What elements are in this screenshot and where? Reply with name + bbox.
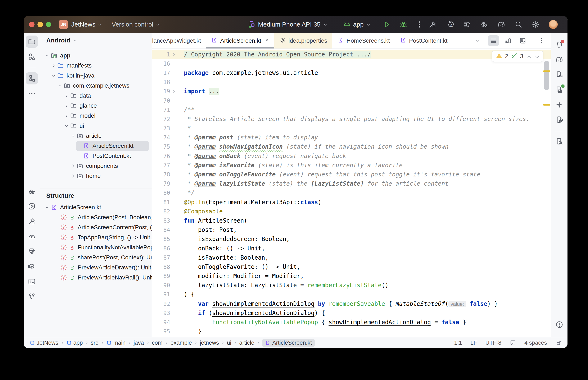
code-line[interactable]: 89 modifier: Modifier = Modifier, — [152, 271, 551, 281]
code-line[interactable]: 71/** — [152, 105, 551, 114]
run-hexagon-icon[interactable] — [26, 200, 38, 212]
code-line[interactable]: 86 onBack: () -> Unit, — [152, 244, 551, 253]
build-hammer-icon[interactable] — [428, 20, 437, 29]
line-number[interactable]: 71 — [152, 107, 170, 113]
structure-item[interactable]: f FunctionalityNotAvailablePop — [41, 243, 152, 252]
code-line[interactable]: 17package com.example.jetnews.ui.article — [152, 68, 551, 77]
fold-chevron-icon[interactable] — [170, 52, 178, 57]
tree-expand-chevron[interactable] — [63, 93, 70, 98]
tree-item[interactable]: data — [41, 91, 152, 101]
problems-icon[interactable] — [553, 319, 565, 331]
code-line[interactable]: 94 FunctionalityNotAvailablePopup { show… — [152, 318, 551, 327]
tree-item[interactable]: home — [41, 171, 152, 181]
code-line[interactable]: 70 — [152, 96, 551, 105]
breadcrumb-item[interactable]: jetnews — [200, 340, 219, 346]
code-line[interactable]: 80 */ — [152, 188, 551, 197]
tree-item[interactable]: kotlin+java — [41, 71, 152, 81]
line-number[interactable]: 92 — [152, 301, 170, 307]
warning-stripe-mark[interactable] — [543, 70, 550, 72]
breadcrumb-item[interactable]: article — [239, 340, 254, 346]
editor-tab[interactable]: idea.properties — [274, 33, 332, 49]
line-number[interactable]: 94 — [152, 319, 170, 325]
running-devices-icon[interactable] — [553, 84, 565, 96]
line-number[interactable]: 16 — [152, 60, 170, 67]
device-mirroring-icon[interactable] — [553, 114, 565, 126]
run-button[interactable] — [383, 20, 391, 29]
line-number[interactable]: 78 — [152, 171, 170, 178]
code-line[interactable]: 88 onToggleFavorite: () -> Unit, — [152, 262, 551, 271]
project-view-selector[interactable]: Android — [41, 33, 152, 48]
structure-root[interactable]: ArticleScreen.kt — [41, 202, 152, 212]
code-line[interactable]: 87 isFavorite: Boolean, — [152, 253, 551, 262]
vcs-menu[interactable]: Version control — [112, 21, 160, 28]
line-number[interactable]: 89 — [152, 273, 170, 279]
code-line[interactable]: 91) { — [152, 290, 551, 299]
structure-icon[interactable] — [26, 72, 38, 84]
code-line[interactable]: 81@OptIn(ExperimentalMaterial3Api::class… — [152, 197, 551, 207]
prev-problem-button[interactable] — [526, 54, 531, 59]
code-line[interactable]: 1/ Copyright 2020 The Android Open Sourc… — [152, 50, 551, 59]
gradle-elephant-icon[interactable] — [553, 54, 565, 66]
code-line[interactable]: 19import ... — [152, 87, 551, 96]
indent-setting[interactable]: 4 spaces — [524, 340, 547, 346]
tab-list-chevron-icon[interactable] — [475, 38, 480, 43]
profiler-icon[interactable] — [463, 20, 471, 29]
code-line[interactable]: 79 * @param lazyListState (state) the [L… — [152, 179, 551, 188]
tree-collapse-chevron[interactable] — [63, 123, 70, 129]
code-line[interactable]: 84 post: Post, — [152, 225, 551, 234]
more-dots-icon[interactable] — [26, 87, 38, 99]
device-selector[interactable]: Medium Phone API 35 — [247, 20, 328, 29]
structure-item[interactable]: f sharePost(Post, Context): Un — [41, 252, 152, 263]
structure-item[interactable]: f PreviewArticleNavRail(): Unit — [41, 273, 152, 283]
editor-scrollbar[interactable] — [544, 61, 549, 90]
unlock-icon[interactable] — [555, 340, 562, 346]
line-number[interactable]: 73 — [152, 125, 170, 132]
tree-item[interactable]: article — [41, 131, 152, 141]
code-line[interactable]: 72 * Stateless Article Screen that displ… — [152, 114, 551, 124]
device-manager-icon[interactable] — [553, 69, 565, 81]
next-problem-button[interactable] — [534, 54, 539, 59]
tree-item[interactable]: manifests — [41, 61, 152, 71]
caret-position[interactable]: 1:1 — [454, 340, 462, 346]
design-view-button[interactable] — [517, 35, 528, 46]
tree-item[interactable]: ArticleScreen.kt — [41, 141, 152, 151]
build-hammer-icon[interactable] — [26, 215, 38, 228]
terminal-icon[interactable] — [26, 275, 38, 288]
resource-manager-icon[interactable] — [26, 51, 38, 63]
line-number[interactable]: 81 — [152, 199, 170, 206]
editor-tab[interactable]: PostContent.kt — [395, 33, 453, 49]
breadcrumb-item[interactable]: main — [106, 340, 126, 346]
line-number[interactable]: 75 — [152, 143, 170, 150]
more-actions-kebab-icon[interactable] — [415, 20, 424, 29]
line-ending[interactable]: LF — [470, 340, 477, 346]
split-view-button[interactable] — [503, 35, 513, 46]
tree-expand-chevron[interactable] — [50, 63, 57, 68]
code-line[interactable]: 78 * @param onToggleFavorite (event) req… — [152, 170, 551, 179]
tree-item[interactable]: ui — [41, 121, 152, 131]
project-menu[interactable]: JetNews — [71, 21, 102, 28]
tree-collapse-chevron[interactable] — [57, 83, 63, 88]
git-branch-icon[interactable] — [26, 290, 38, 303]
breadcrumb-item[interactable]: ui — [227, 340, 231, 346]
code-editor[interactable]: 1/ Copyright 2020 The Android Open Sourc… — [152, 49, 551, 337]
code-line[interactable]: 90 lazyListState: LazyListState = rememb… — [152, 281, 551, 290]
apply-changes-icon[interactable]: A — [446, 20, 454, 29]
file-encoding[interactable]: UTF-8 — [485, 340, 501, 346]
breadcrumb-item[interactable]: example — [171, 340, 192, 346]
code-line[interactable]: 73 * — [152, 124, 551, 133]
breadcrumb-item[interactable]: app — [66, 340, 83, 346]
line-number[interactable]: 82 — [152, 208, 170, 215]
breadcrumb-item[interactable]: com — [152, 340, 162, 346]
zoom-window-button[interactable] — [46, 22, 51, 27]
structure-item[interactable]: f TopAppBar(String, () -> Unit, — [41, 232, 152, 243]
code-line[interactable]: 83fun ArticleScreen( — [152, 216, 551, 225]
tree-item[interactable]: model — [41, 111, 152, 121]
editor-tab[interactable]: ArticleScreen.kt — [206, 33, 274, 49]
app-insights-diamond-icon[interactable] — [26, 245, 38, 258]
inspection-widget[interactable]: 2 3 — [492, 51, 543, 62]
line-number[interactable]: 91 — [152, 291, 170, 298]
notifications-bell-icon[interactable] — [553, 38, 565, 51]
tree-expand-chevron[interactable] — [70, 163, 76, 169]
code-view-button[interactable] — [488, 35, 499, 46]
code-line[interactable]: 92 var showUnimplementedActionDialog by … — [152, 299, 551, 308]
